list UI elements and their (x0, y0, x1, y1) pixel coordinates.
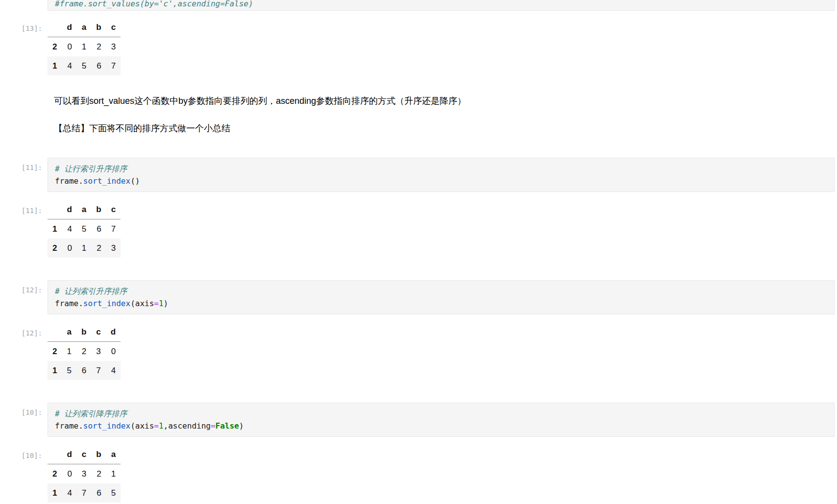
column-header: b (91, 200, 106, 219)
table-cell: 7 (106, 56, 121, 75)
table-cell: 6 (91, 56, 106, 75)
table-cell: 2 (76, 342, 91, 361)
output-cell-11: [11]: d a b c 1 4 5 6 7 (0, 200, 837, 258)
table-cell: 1 (106, 464, 121, 484)
code-editor[interactable]: # 让行索引升序排序frame.sort_index() (48, 158, 835, 192)
table-cell: 4 (106, 361, 121, 380)
code-editor[interactable]: # 让列索引降序排序frame.sort_index(axis=1,ascend… (48, 403, 835, 437)
table-cell: 7 (77, 483, 91, 503)
code-token: 1 (159, 299, 164, 308)
table-cell: 3 (106, 239, 121, 258)
table-row: 2 0 1 2 3 (48, 239, 121, 258)
code-token: 1 (159, 421, 164, 431)
output-cell-12: [12]: a b c d 2 1 2 3 0 (0, 322, 837, 380)
table-cell: 5 (77, 219, 91, 239)
table-row: 1 4 5 6 7 (48, 56, 121, 75)
table-row: 2 0 1 2 3 (48, 37, 121, 57)
code-token: frame. (55, 421, 83, 431)
output-cell-13: [13]: d a b c 2 0 1 2 3 (0, 18, 837, 75)
index-header (48, 18, 62, 37)
markdown-cell[interactable]: 【总结】下面将不同的排序方式做一个小总结 (0, 121, 837, 135)
input-prompt: [12]: (0, 280, 48, 295)
column-header: d (106, 322, 121, 342)
output-prompt: [10]: (0, 445, 48, 460)
code-comment: # 让列索引降序排序 (55, 409, 127, 418)
code-token: (axis (130, 299, 154, 308)
code-token: ) (164, 299, 169, 308)
table-cell: 1 (62, 342, 76, 361)
index-header (48, 200, 62, 219)
column-header: a (62, 322, 76, 342)
table-cell: 2 (91, 464, 106, 484)
code-token: sort_index (83, 299, 130, 308)
code-comment: # 让行索引升序排序 (55, 164, 127, 173)
table-row: 1 4 5 6 7 (48, 219, 121, 239)
table-cell: 5 (77, 56, 91, 75)
code-token: = (211, 421, 216, 431)
table-cell: 3 (106, 37, 121, 57)
column-header: b (91, 445, 106, 464)
code-token: False (216, 421, 239, 431)
code-comment: #frame.sort_values(by='c',ascending=Fals… (55, 0, 253, 8)
table-cell: 1 (77, 239, 91, 258)
code-token: frame. (55, 299, 83, 308)
code-token: ) (239, 421, 244, 431)
table-cell: 6 (76, 361, 91, 380)
table-cell: 4 (62, 56, 76, 75)
table-cell: 4 (62, 483, 76, 503)
column-header: d (62, 200, 76, 219)
row-index: 2 (48, 37, 62, 57)
table-row: 1 4 7 6 5 (48, 483, 121, 503)
code-comment: # 让列索引升序排序 (55, 287, 127, 296)
code-token: ,ascending (164, 421, 211, 431)
markdown-cell[interactable]: 可以看到sort_values这个函数中by参数指向要排列的列，ascendin… (0, 94, 837, 108)
row-index: 1 (48, 361, 62, 380)
table-cell: 7 (106, 219, 121, 239)
column-header: c (91, 322, 105, 342)
table-cell: 5 (106, 483, 121, 503)
dataframe-table: a b c d 2 1 2 3 0 1 5 6 7 (48, 322, 121, 380)
row-index: 1 (48, 219, 62, 239)
dataframe-table: d c b a 2 0 3 2 1 1 4 7 6 (48, 445, 121, 503)
code-token: frame. (55, 176, 83, 186)
column-header: d (62, 18, 76, 37)
index-header (48, 322, 62, 342)
column-header: a (106, 445, 121, 464)
table-row: 1 5 6 7 4 (48, 361, 121, 380)
markdown-text: 可以看到sort_values这个函数中by参数指向要排列的列，ascendin… (48, 94, 835, 108)
table-row: 2 1 2 3 0 (48, 342, 121, 361)
code-editor[interactable]: #frame.sort_values(by='c',ascending=Fals… (48, 0, 835, 11)
table-row: 2 0 3 2 1 (48, 464, 121, 484)
code-editor[interactable]: # 让列索引升序排序frame.sort_index(axis=1) (48, 280, 835, 314)
output-prompt: [12]: (0, 322, 48, 338)
code-token: (axis (130, 421, 154, 431)
input-prompt: [11]: (0, 158, 48, 172)
column-header: c (77, 445, 91, 464)
code-token: sort_index (83, 176, 130, 186)
row-index: 2 (48, 464, 62, 484)
output-prompt: [11]: (0, 200, 48, 216)
table-cell: 0 (62, 239, 76, 258)
input-prompt: [10]: (0, 403, 48, 417)
table-cell: 7 (91, 361, 105, 380)
table-cell: 3 (91, 342, 105, 361)
table-cell: 0 (106, 342, 121, 361)
dataframe-table: d a b c 1 4 5 6 7 2 0 1 2 (48, 200, 121, 258)
code-cell-11: [11]: # 让行索引升序排序frame.sort_index() (0, 158, 837, 192)
markdown-text: 【总结】下面将不同的排序方式做一个小总结 (48, 121, 835, 135)
column-header: c (106, 18, 121, 37)
column-header: a (77, 200, 91, 219)
code-token: = (154, 299, 159, 308)
code-cell-clipped: #frame.sort_values(by='c',ascending=Fals… (0, 0, 837, 11)
table-cell: 4 (62, 219, 76, 239)
column-header: a (77, 18, 91, 37)
code-cell-12: [12]: # 让列索引升序排序frame.sort_index(axis=1) (0, 280, 837, 314)
output-prompt: [13]: (0, 18, 48, 33)
dataframe-table: d a b c 2 0 1 2 3 1 4 5 6 (48, 18, 121, 75)
column-header: c (106, 200, 121, 219)
code-cell-10: [10]: # 让列索引降序排序frame.sort_index(axis=1,… (0, 403, 837, 437)
table-cell: 6 (91, 483, 106, 503)
output-cell-10: [10]: d c b a 2 0 3 2 1 (0, 445, 837, 503)
table-cell: 1 (77, 37, 91, 57)
row-index: 2 (48, 342, 62, 361)
